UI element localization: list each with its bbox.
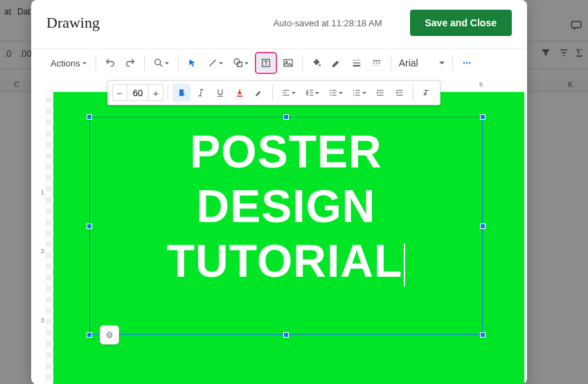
border-dash-button[interactable] bbox=[368, 54, 386, 72]
clear-formatting-button[interactable] bbox=[418, 84, 436, 102]
resize-handle-sw[interactable] bbox=[87, 332, 92, 338]
resize-handle-e[interactable] bbox=[480, 223, 485, 229]
font-size-increase[interactable]: + bbox=[148, 84, 163, 101]
text-overflow-button[interactable] bbox=[100, 325, 119, 345]
font-size-decrease[interactable]: − bbox=[112, 84, 127, 101]
text-format-toolbar: − + 123 bbox=[107, 80, 440, 105]
border-color-button[interactable] bbox=[328, 54, 346, 72]
text-color-button[interactable] bbox=[231, 84, 249, 102]
resize-handle-ne[interactable] bbox=[480, 114, 485, 120]
line-tool[interactable] bbox=[204, 54, 227, 72]
dialog-title: Drawing bbox=[46, 14, 100, 32]
selected-text-box[interactable]: POSTER DESIGN TUTORIAL bbox=[89, 117, 483, 335]
select-tool[interactable] bbox=[184, 54, 202, 72]
resize-handle-w[interactable] bbox=[87, 223, 92, 229]
svg-point-12 bbox=[330, 90, 331, 91]
border-weight-button[interactable] bbox=[348, 54, 366, 72]
image-tool[interactable] bbox=[279, 54, 297, 72]
indent-decrease-button[interactable] bbox=[371, 84, 389, 102]
drawing-dialog: Drawing Auto-saved at 11:28:18 AM Save a… bbox=[31, 0, 527, 384]
zoom-button[interactable] bbox=[150, 54, 173, 72]
redo-button[interactable] bbox=[121, 54, 139, 72]
underline-button[interactable] bbox=[211, 84, 229, 102]
text-caret bbox=[404, 244, 405, 286]
svg-point-8 bbox=[463, 62, 464, 64]
italic-button[interactable] bbox=[192, 84, 210, 102]
save-and-close-button[interactable]: Save and Close bbox=[410, 10, 513, 36]
font-name-label: Arial bbox=[399, 57, 418, 68]
bold-button[interactable] bbox=[172, 84, 190, 102]
svg-point-7 bbox=[319, 64, 321, 66]
svg-point-13 bbox=[330, 92, 331, 93]
text-box-tool[interactable] bbox=[257, 54, 275, 72]
actions-label: Actions bbox=[51, 58, 80, 68]
text-line-1: POSTER bbox=[90, 125, 482, 179]
resize-handle-s[interactable] bbox=[283, 332, 289, 338]
svg-point-10 bbox=[468, 62, 470, 64]
font-size-input[interactable] bbox=[127, 84, 148, 101]
fill-color-button[interactable] bbox=[308, 54, 326, 72]
align-button[interactable] bbox=[277, 84, 299, 102]
autosave-status: Auto-saved at 11:28:18 AM bbox=[274, 18, 382, 28]
text-line-2: DESIGN bbox=[90, 179, 482, 234]
highlight-color-button[interactable] bbox=[250, 84, 268, 102]
resize-handle-n[interactable] bbox=[283, 114, 289, 120]
svg-point-1 bbox=[155, 60, 161, 65]
text-line-3: TUTORIAL bbox=[167, 235, 402, 286]
svg-point-14 bbox=[330, 95, 331, 96]
resize-handle-nw[interactable] bbox=[87, 114, 92, 120]
numbered-list-button[interactable]: 123 bbox=[348, 84, 370, 102]
font-size-group: − + bbox=[112, 84, 163, 101]
svg-point-9 bbox=[465, 62, 467, 64]
bulleted-list-button[interactable] bbox=[324, 84, 346, 102]
line-spacing-button[interactable] bbox=[301, 84, 323, 102]
text-box-tool-highlight bbox=[255, 52, 277, 74]
drawing-canvas[interactable]: POSTER DESIGN TUTORIAL bbox=[46, 92, 524, 384]
text-box-content[interactable]: POSTER DESIGN TUTORIAL bbox=[90, 118, 482, 289]
more-options-button[interactable] bbox=[458, 54, 476, 72]
actions-menu[interactable]: Actions bbox=[46, 55, 91, 71]
indent-increase-button[interactable] bbox=[391, 84, 409, 102]
undo-button[interactable] bbox=[101, 54, 119, 72]
shape-tool[interactable] bbox=[229, 54, 253, 72]
svg-text:3: 3 bbox=[353, 94, 354, 97]
resize-handle-se[interactable] bbox=[480, 332, 485, 338]
drawing-canvas-area: 1 2 3 4 5 6 1 2 3 4 P bbox=[34, 80, 524, 384]
vertical-ruler: 1 2 3 4 bbox=[34, 92, 46, 384]
svg-rect-11 bbox=[237, 95, 242, 97]
font-family-select[interactable]: Arial bbox=[396, 56, 447, 70]
drawing-toolbar: Actions bbox=[31, 48, 527, 77]
